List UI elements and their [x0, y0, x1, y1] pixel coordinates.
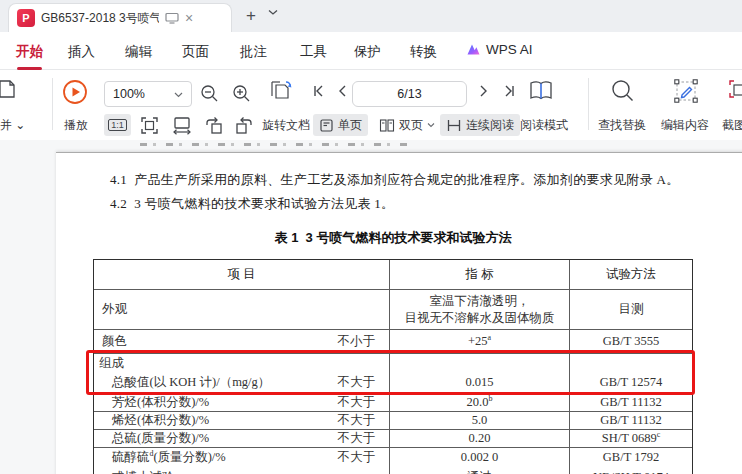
clipped-text-line	[140, 143, 410, 146]
zoom-out-icon[interactable]	[200, 84, 219, 103]
table-cell-indicator: 通过	[390, 467, 570, 474]
fit-page-icon[interactable]	[140, 116, 159, 135]
wps-pdf-window: P GB6537-2018 3号喷气燃料 × + 开始 插入 编辑 页面 批注 …	[0, 0, 742, 474]
menu-tab-page[interactable]: 页面	[182, 43, 209, 61]
table-cell-item: 烯烃(体积分数)/%不大于	[94, 412, 390, 429]
table-cell-indicator: 5.0	[390, 412, 570, 429]
read-mode-button[interactable]: 阅读模式	[520, 117, 568, 134]
table-cell-method: SH/T 0689c	[570, 430, 692, 447]
paragraph-4-2: 4.2 3 号喷气燃料的技术要求和试验方法见表 1。	[110, 195, 742, 213]
prev-page-icon[interactable]	[336, 84, 348, 98]
annotation-highlight-box	[86, 350, 695, 395]
table-header-cell: 试验方法	[570, 260, 692, 289]
table-cell-item: 芳烃(体积分数)/%不大于	[94, 394, 390, 411]
tab-list-chevron-down-icon[interactable]	[268, 8, 278, 16]
table-row: 烯烃(体积分数)/%不大于5.0GB/T 11132	[94, 412, 692, 430]
first-page-icon[interactable]	[312, 84, 326, 98]
pdf-page: 4.1 产品生产所采用的原料、生产工艺及添加剂应符合规定的批准程序。添加剂的要求…	[56, 152, 742, 474]
double-page-button[interactable]: 双页	[373, 114, 441, 136]
continuous-read-button[interactable]: 连续阅读	[440, 114, 520, 136]
table-row: 外观室温下清澈透明，目视无不溶解水及固体物质目测	[94, 290, 692, 330]
page-number-input[interactable]: 6/13	[352, 81, 467, 107]
merge-document-icon[interactable]	[0, 78, 18, 100]
zoom-in-icon[interactable]	[232, 84, 251, 103]
monitor-icon[interactable]	[165, 12, 179, 24]
continuous-read-icon	[446, 118, 462, 133]
table-cell-item: 外观	[94, 290, 390, 329]
fit-width-icon[interactable]	[172, 116, 192, 135]
close-icon[interactable]: ×	[185, 10, 193, 26]
tab-title: GB6537-2018 3号喷气燃料	[41, 10, 159, 27]
table-title: 表 1 3 号喷气燃料的技术要求和试验方法	[93, 229, 693, 247]
menu-bar: 开始 插入 编辑 页面 批注 工具 保护 转换 WPS AI	[0, 32, 742, 70]
table-row: 硫醇硫d(质量分数)/%不大于0.002 0GB/T 1792	[94, 448, 692, 467]
table-cell-item: 硫醇硫d(质量分数)/%不大于	[94, 448, 390, 467]
menu-tab-protect[interactable]: 保护	[354, 43, 381, 61]
wps-ai-logo-icon	[466, 43, 481, 56]
find-replace-icon[interactable]	[610, 78, 635, 103]
new-tab-plus-icon[interactable]: +	[246, 6, 256, 26]
single-page-button[interactable]: 单页	[313, 114, 368, 136]
table-header-cell: 项 目	[94, 260, 390, 289]
single-page-icon	[319, 118, 334, 133]
document-tab[interactable]: P GB6537-2018 3号喷气燃料 ×	[8, 3, 232, 32]
rotate-document-button[interactable]: 旋转文档	[262, 117, 310, 134]
zoom-level-select[interactable]: 100%	[104, 81, 192, 107]
find-replace-button[interactable]: 查找替换	[598, 117, 646, 134]
chevron-down-icon	[427, 122, 435, 128]
table-cell-method: NB/SH/T 0174	[570, 467, 692, 474]
table-cell-item: 或博士试验	[94, 467, 390, 474]
menu-tab-home[interactable]: 开始	[16, 43, 43, 61]
screenshot-button[interactable]: 截图	[722, 117, 742, 134]
merge-button[interactable]: 合并 ⌄	[0, 117, 25, 134]
table-header-cell: 指 标	[390, 260, 570, 289]
edit-content-icon[interactable]	[672, 78, 700, 104]
table-cell-indicator: 室温下清澈透明，目视无不溶解水及固体物质	[390, 290, 570, 329]
zoom-level-value: 100%	[113, 87, 145, 101]
menu-tab-convert[interactable]: 转换	[410, 43, 437, 61]
play-icon[interactable]	[62, 79, 88, 105]
table-cell-method: 目测	[570, 290, 692, 329]
read-mode-book-icon[interactable]	[528, 79, 554, 103]
chevron-down-icon	[174, 91, 183, 98]
menu-tab-edit[interactable]: 编辑	[125, 43, 152, 61]
table-cell-method: GB/T 11132	[570, 394, 692, 411]
menu-tab-tools[interactable]: 工具	[300, 43, 327, 61]
double-page-icon	[379, 118, 395, 133]
table-cell-item: 总硫(质量分数)/%不大于	[94, 430, 390, 447]
pdf-app-icon: P	[17, 9, 35, 27]
table-cell-indicator: 0.002 0	[390, 448, 570, 467]
toolbar: 合并 ⌄ 播放 100% 1:1	[0, 70, 742, 140]
menu-tab-wps-ai[interactable]: WPS AI	[466, 42, 533, 57]
table-cell-method: GB/T 1792	[570, 448, 692, 467]
rotate-right-icon[interactable]	[234, 116, 254, 135]
paragraph-4-1: 4.1 产品生产所采用的原料、生产工艺及添加剂应符合规定的批准程序。添加剂的要求…	[110, 171, 742, 189]
table-cell-indicator: 0.20	[390, 430, 570, 447]
document-view[interactable]: 4.1 产品生产所采用的原料、生产工艺及添加剂应符合规定的批准程序。添加剂的要求…	[0, 140, 742, 474]
menu-tab-insert[interactable]: 插入	[68, 43, 95, 61]
actual-size-button[interactable]: 1:1	[104, 114, 131, 136]
page-indicator: 6/13	[397, 87, 421, 101]
tab-bar: P GB6537-2018 3号喷气燃料 × +	[0, 0, 742, 32]
menu-tab-comment[interactable]: 批注	[240, 43, 267, 61]
edit-content-button[interactable]: 编辑内容	[661, 117, 709, 134]
next-page-icon[interactable]	[478, 84, 490, 98]
table-row: 总硫(质量分数)/%不大于0.20SH/T 0689c	[94, 430, 692, 448]
table-row: 或博士试验通过NB/SH/T 0174	[94, 467, 692, 474]
table-row: 芳烃(体积分数)/%不大于20.0bGB/T 11132	[94, 394, 692, 412]
screenshot-icon[interactable]	[728, 79, 742, 101]
table-cell-indicator: 20.0b	[390, 394, 570, 411]
rotate-left-icon[interactable]	[204, 116, 224, 135]
table-cell-method: GB/T 11132	[570, 412, 692, 429]
play-button[interactable]: 播放	[64, 117, 88, 134]
rotate-pages-icon[interactable]	[268, 80, 294, 104]
last-page-icon[interactable]	[502, 84, 516, 98]
